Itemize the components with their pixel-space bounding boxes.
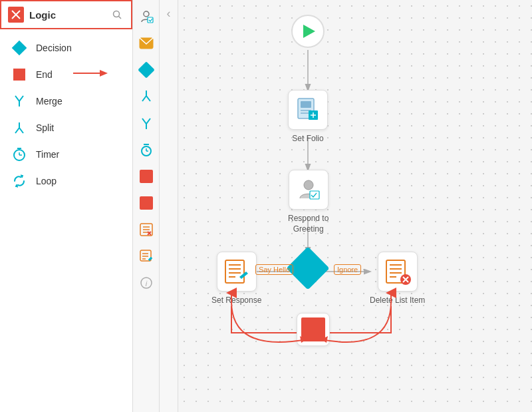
split-panel-icon[interactable] — [135, 85, 158, 108]
decision-icon — [11, 39, 28, 57]
list-edit-panel-icon[interactable] — [135, 245, 158, 268]
start-node-circle — [291, 15, 325, 48]
sidebar-header: Logic — [0, 0, 132, 29]
end2-panel-icon[interactable] — [135, 192, 158, 214]
email-panel-icon[interactable] — [135, 32, 158, 55]
svg-point-47 — [304, 180, 313, 190]
merge-label: Merge — [36, 96, 63, 106]
svg-point-2 — [114, 11, 120, 17]
merge-icon — [11, 93, 28, 110]
timer-label: Timer — [36, 149, 59, 160]
set-response-icon — [223, 258, 250, 285]
delete-list-node[interactable]: Delete List Item — [370, 252, 425, 305]
sidebar-title: Logic — [29, 9, 110, 21]
flow-connectors — [178, 0, 532, 412]
info-panel-icon[interactable]: i — [135, 272, 158, 294]
user-task-panel-icon[interactable] — [135, 5, 158, 28]
sidebar-item-timer[interactable]: Timer — [0, 141, 132, 168]
end-icon — [11, 66, 28, 83]
canvas: Set Folio Respond to Greeting — [178, 0, 532, 412]
svg-rect-41 — [301, 101, 311, 108]
collapse-button[interactable]: ‹ — [160, 0, 178, 412]
split-icon — [11, 119, 28, 136]
sidebar-items-list: Decision End Merge — [0, 29, 132, 412]
red-arrows-svg — [178, 0, 532, 412]
fork-panel-icon[interactable] — [135, 112, 158, 134]
svg-point-13 — [144, 11, 149, 17]
set-response-node[interactable]: Set Response — [211, 252, 261, 305]
start-node[interactable] — [291, 15, 325, 48]
set-response-box — [217, 252, 257, 292]
sidebar-item-merge[interactable]: Merge — [0, 88, 132, 114]
decision-node[interactable] — [293, 253, 323, 284]
set-response-label: Set Response — [211, 296, 261, 305]
delete-list-icon — [384, 258, 411, 285]
sidebar-item-end[interactable]: End — [0, 61, 132, 88]
end-node-box — [297, 313, 330, 346]
delete-list-label: Delete List Item — [370, 296, 425, 305]
svg-text:i: i — [145, 280, 147, 288]
collapse-icon: ‹ — [167, 7, 171, 21]
end-panel-icon[interactable] — [135, 165, 158, 188]
scissors-icon — [8, 7, 24, 23]
end-label: End — [36, 69, 53, 80]
decision-label: Decision — [36, 43, 72, 53]
timer-panel-icon[interactable] — [135, 138, 158, 161]
search-button[interactable] — [110, 7, 124, 22]
end-arrow-annotation — [73, 67, 110, 80]
list-x-panel-icon[interactable] — [135, 218, 158, 241]
delete-list-box — [378, 252, 418, 292]
svg-line-3 — [119, 17, 122, 19]
ignore-label: Ignore — [334, 264, 361, 275]
sidebar: Logic Decision End — [0, 0, 133, 412]
svg-marker-5 — [100, 70, 108, 77]
play-icon — [303, 25, 315, 38]
timer-icon — [11, 146, 28, 163]
svg-rect-49 — [225, 260, 244, 283]
say-hello-label: Say Hello — [255, 264, 293, 275]
greeting-icon — [295, 176, 322, 203]
end-node[interactable] — [297, 313, 330, 346]
set-folio-box — [288, 90, 328, 130]
set-folio-node[interactable]: Set Folio — [288, 90, 328, 143]
respond-greeting-box — [289, 170, 329, 210]
sidebar-item-decision[interactable]: Decision — [0, 35, 132, 61]
set-folio-label: Set Folio — [292, 134, 323, 143]
diamond-panel-icon[interactable] — [135, 59, 158, 81]
loop-label: Loop — [36, 176, 57, 186]
end-square — [301, 317, 325, 341]
split-label: Split — [36, 122, 54, 133]
respond-greeting-node[interactable]: Respond to Greeting — [288, 170, 329, 234]
respond-greeting-label: Respond to Greeting — [288, 214, 329, 234]
icon-panel: i — [133, 0, 160, 412]
loop-icon — [11, 172, 28, 190]
sidebar-item-loop[interactable]: Loop — [0, 168, 132, 194]
folio-icon — [295, 97, 321, 122]
sidebar-item-split[interactable]: Split — [0, 114, 132, 141]
